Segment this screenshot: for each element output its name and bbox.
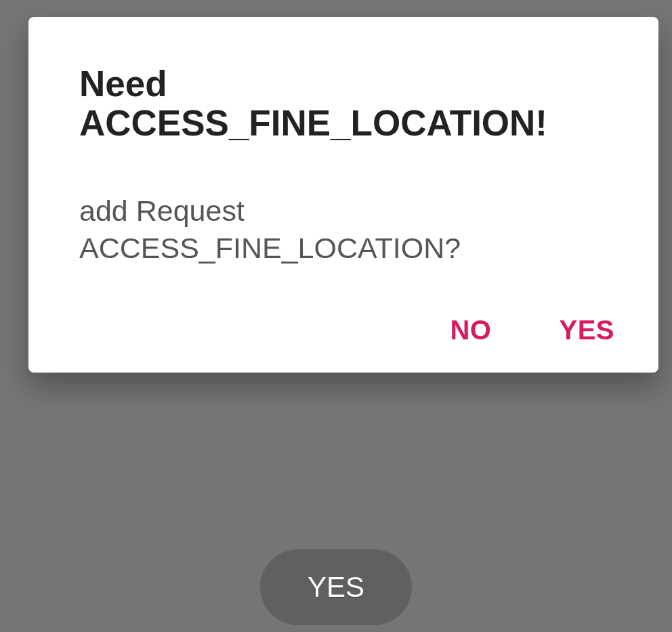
toast: YES (260, 549, 412, 625)
yes-button[interactable]: YES (559, 308, 614, 352)
dialog-message: add Request ACCESS_FINE_LOCATION? (28, 192, 658, 268)
toast-text: YES (308, 571, 364, 604)
dialog-title: Need ACCESS_FINE_LOCATION! (28, 64, 658, 144)
dialog-actions: NO YES (28, 308, 658, 352)
permission-dialog: Need ACCESS_FINE_LOCATION! add Request A… (28, 17, 658, 373)
no-button[interactable]: NO (450, 308, 491, 352)
